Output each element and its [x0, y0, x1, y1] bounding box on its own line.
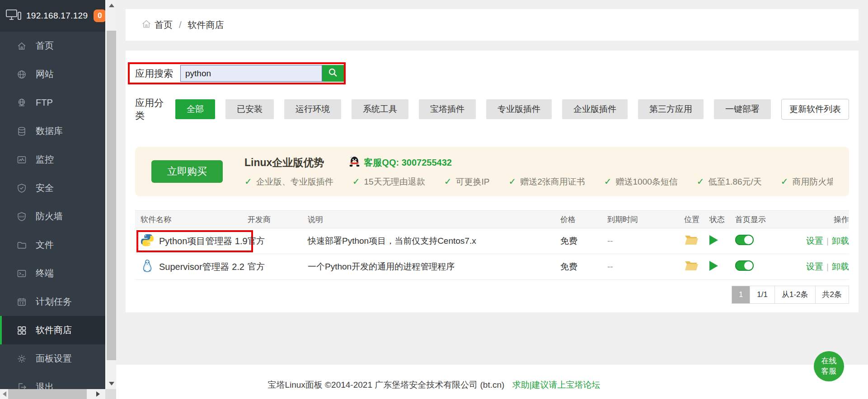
search-button[interactable]: [322, 65, 344, 82]
category-tab-pro-plugins[interactable]: 专业版插件: [486, 99, 552, 119]
table-header: 软件名称 开发商 说明 价格 到期时间 位置 状态 首页显示 操作: [135, 210, 849, 228]
home-icon: [16, 41, 27, 51]
waf-shield-icon: WAF: [16, 211, 27, 222]
page-range: 从1-2条: [774, 286, 816, 304]
check-icon: ✓: [781, 176, 788, 186]
category-tab-all[interactable]: 全部: [175, 99, 215, 119]
breadcrumb-home-link[interactable]: 首页: [141, 19, 173, 32]
page-footer: 宝塔Linux面板 ©2014-2021 广东堡塔安全技术有限公司 (bt.cn…: [0, 379, 868, 391]
settings-link[interactable]: 设置: [806, 236, 823, 246]
vertical-scroll-thumb[interactable]: [107, 31, 116, 360]
settings-link[interactable]: 设置: [806, 262, 823, 271]
app-price: 免费: [560, 235, 607, 247]
horizontal-scroll-thumb[interactable]: [8, 389, 87, 399]
open-folder-icon[interactable]: [684, 260, 699, 274]
qq-contact: 客服QQ: 3007255432: [349, 156, 452, 170]
app-name: Supervisor管理器 2.2: [159, 261, 244, 273]
sidebar-item-files[interactable]: 文件: [0, 231, 105, 259]
check-icon: ✓: [604, 176, 612, 186]
banner-features: ✓企业版、专业版插件 ✓15天无理由退款 ✓可更换IP ✓赠送2张商用证书 ✓赠…: [244, 176, 833, 188]
breadcrumb-home-icon: [141, 19, 155, 32]
svg-text:WAF: WAF: [19, 215, 24, 218]
sidebar-item-monitor[interactable]: 监控: [0, 145, 105, 174]
sidebar-item-sites[interactable]: 网站: [0, 60, 105, 88]
python-app-icon: [141, 233, 154, 249]
open-folder-icon[interactable]: [684, 234, 699, 248]
shield-check-icon: [16, 183, 27, 194]
category-row: 应用分类 全部 已安装 运行环境 系统工具 宝塔插件 专业版插件 企业版插件 第…: [135, 97, 849, 122]
app-description: 一个Python开发的通用的进程管理程序: [308, 261, 560, 273]
category-tab-third-party[interactable]: 第三方应用: [638, 99, 704, 119]
online-service-button[interactable]: 在线 客服: [814, 351, 844, 381]
table-row: Python项目管理器 1.9 官方 快速部署Python项目，当前仅支持Cen…: [135, 228, 849, 254]
category-tab-installed[interactable]: 已安装: [225, 99, 274, 119]
gear-icon: [16, 353, 27, 364]
app-price: 免费: [560, 261, 607, 273]
scroll-right-icon[interactable]: [96, 391, 100, 397]
category-tab-bt-plugins[interactable]: 宝塔插件: [419, 99, 476, 119]
sidebar-item-cron[interactable]: 计划任务: [0, 288, 105, 316]
running-status-icon[interactable]: [709, 235, 718, 245]
sidebar-item-database[interactable]: 数据库: [0, 117, 105, 145]
sidebar-item-app-store[interactable]: 软件商店: [0, 316, 105, 344]
main-content: 首页 / 软件商店 应用搜索 应用分类 全部 已安装 运行环境 系统工具 宝塔插…: [116, 0, 868, 365]
sidebar-item-security[interactable]: 安全: [0, 174, 105, 202]
sidebar-item-firewall[interactable]: WAF 防火墙: [0, 202, 105, 231]
breadcrumb-separator: /: [179, 20, 182, 30]
qq-number: 客服QQ: 3007255432: [364, 157, 452, 169]
uninstall-link[interactable]: 卸载: [832, 236, 849, 246]
buy-now-button[interactable]: 立即购买: [151, 160, 223, 183]
app-expire: --: [607, 262, 684, 272]
running-status-icon[interactable]: [709, 261, 718, 271]
scroll-left-icon[interactable]: [3, 391, 6, 397]
sidebar-item-panel-settings[interactable]: 面板设置: [0, 344, 105, 373]
category-tab-runtime[interactable]: 运行环境: [284, 99, 341, 119]
scroll-down-icon[interactable]: [109, 382, 114, 385]
app-description: 快速部署Python项目，当前仅支持Centos7.x: [308, 235, 560, 247]
homepage-display-toggle[interactable]: [735, 260, 754, 271]
sidebar-item-ftp[interactable]: FTP: [0, 88, 105, 117]
banner-title: Linux企业版优势: [244, 156, 324, 170]
app-developer: 官方: [248, 261, 308, 273]
ftp-globe-icon: [16, 97, 27, 108]
forum-link[interactable]: 求助|建议请上宝塔论坛: [512, 380, 601, 390]
search-input[interactable]: [180, 65, 322, 82]
page-of: 1/1: [750, 286, 775, 304]
check-icon: ✓: [244, 176, 252, 186]
scroll-up-icon[interactable]: [109, 4, 114, 7]
sidebar-item-logout[interactable]: 退出: [0, 373, 105, 389]
calendar-icon: [16, 297, 27, 307]
scrollbar-corner: [105, 389, 116, 399]
qq-penguin-icon: [349, 156, 364, 170]
search-annotation-box: 应用搜索: [128, 62, 346, 84]
page-number[interactable]: 1: [732, 286, 750, 304]
sidebar-vertical-scrollbar[interactable]: [105, 0, 116, 389]
logout-icon: [16, 382, 27, 390]
breadcrumb-current[interactable]: 软件商店: [188, 19, 224, 31]
search-label: 应用搜索: [130, 67, 180, 80]
app-store-card: 应用搜索 应用分类 全部 已安装 运行环境 系统工具 宝塔插件 专业版插件 企业…: [126, 51, 859, 312]
grid-icon: [16, 325, 27, 336]
database-icon: [16, 126, 27, 137]
terminal-icon: [16, 268, 27, 279]
uninstall-link[interactable]: 卸载: [832, 262, 849, 271]
category-tab-one-click[interactable]: 一键部署: [714, 99, 771, 119]
monitor-chart-icon: [16, 154, 27, 165]
copyright-text: 宝塔Linux面板 ©2014-2021 广东堡塔安全技术有限公司 (bt.cn…: [267, 380, 504, 390]
globe-icon: [16, 69, 27, 80]
update-software-list-button[interactable]: 更新软件列表: [781, 99, 849, 120]
category-tab-enterprise-plugins[interactable]: 企业版插件: [562, 99, 628, 119]
check-icon: ✓: [697, 176, 704, 186]
page-total: 共2条: [815, 286, 849, 304]
horizontal-scrollbar[interactable]: [0, 389, 105, 399]
notification-badge[interactable]: 0: [94, 9, 105, 22]
enterprise-banner: 立即购买 Linux企业版优势 客服QQ: 3007255432 ✓企业版、专业…: [135, 147, 849, 196]
category-tab-system-tools[interactable]: 系统工具: [352, 99, 408, 119]
folder-icon: [16, 240, 27, 251]
server-ip: 192.168.17.129: [26, 11, 88, 21]
homepage-display-toggle[interactable]: [735, 235, 754, 245]
software-table: 软件名称 开发商 说明 价格 到期时间 位置 状态 首页显示 操作 Python…: [135, 210, 849, 280]
sidebar-item-terminal[interactable]: 终端: [0, 259, 105, 288]
sidebar-item-home[interactable]: 首页: [0, 32, 105, 60]
supervisor-app-icon: [141, 259, 154, 275]
